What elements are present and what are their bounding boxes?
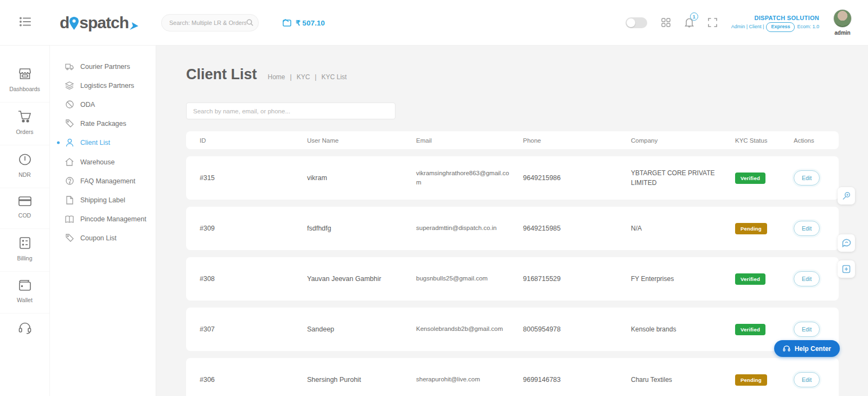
table-row: #309 fsdfhdfg superadmttin@dispatch.co.i… [186, 207, 839, 250]
col-kyc-status: KYC Status [735, 137, 794, 144]
menu-item-faq-management[interactable]: FAQ Management [50, 171, 156, 190]
menu-item-rate-packages[interactable]: Rate Packages [50, 114, 156, 133]
brand-block: DISPATCH SOLUTION Admin | Client | Expre… [731, 14, 819, 32]
tag-icon [65, 119, 74, 127]
home-icon [65, 158, 74, 166]
edit-button[interactable]: Edit [794, 322, 820, 337]
client-email: vikramsinghrathore863@gmail.com [416, 169, 523, 188]
avatar [833, 9, 852, 28]
table-row: #306 Shersingh Purohit sherapurohit@live… [186, 358, 839, 396]
edit-button[interactable]: Edit [794, 221, 820, 236]
client-search-input[interactable] [193, 108, 388, 114]
menu-item-warehouse[interactable]: Warehouse [50, 152, 156, 171]
client-phone: 8005954978 [523, 325, 631, 333]
header-actions: 1 DISPATCH SOLUTION Admin | Client | Exp… [626, 9, 852, 36]
dispatch-logo[interactable]: d spatch [60, 15, 138, 31]
headset-icon [783, 345, 790, 352]
edit-button[interactable]: Edit [794, 271, 820, 286]
sidebar-item-orders[interactable]: Orders [0, 103, 49, 145]
theme-toggle[interactable] [626, 17, 647, 28]
kyc-status-badge: Verified [735, 273, 765, 285]
rail-label: NDR [18, 171, 31, 178]
help-center-label: Help Center [795, 345, 831, 353]
menu-label: Courier Partners [80, 63, 130, 71]
menu-item-courier-partners[interactable]: Courier Partners [50, 58, 156, 76]
bell-icon[interactable]: 1 [685, 17, 694, 28]
client-company: FY Enterprises [631, 274, 735, 284]
wallet-balance: ₹ 507.10 [296, 18, 325, 27]
chat-widget-icon[interactable] [838, 234, 855, 252]
rail-label: Dashboards [9, 86, 40, 92]
breadcrumb-home[interactable]: Home [268, 73, 285, 81]
menu-list-icon[interactable] [20, 17, 31, 29]
sidebar-item-dashboards[interactable]: Dashboards [0, 60, 49, 103]
global-search-input[interactable] [169, 20, 246, 26]
sidebar-item-support[interactable] [0, 314, 49, 349]
headset-icon [18, 321, 32, 336]
menu-label: Pincode Management [80, 215, 146, 223]
brand-express-badge[interactable]: Express [766, 22, 795, 32]
menu-item-logistics-partners[interactable]: Logistics Partners [50, 76, 156, 95]
col-actions: Actions [794, 137, 839, 144]
menu-label: Coupon List [80, 234, 117, 242]
col-company: Company [631, 137, 735, 144]
cart-icon [18, 110, 32, 125]
kyc-status-badge: Pending [735, 223, 767, 234]
sidebar-item-cod[interactable]: COD [0, 188, 49, 229]
sidebar-item-wallet[interactable]: Wallet [0, 272, 49, 314]
file-icon [65, 196, 74, 205]
kyc-status-badge: Verified [735, 173, 765, 184]
client-email: superadmttin@dispatch.co.in [416, 223, 523, 233]
rail-label: Wallet [17, 297, 33, 303]
client-phone: 9649215985 [523, 225, 631, 232]
store-icon [18, 67, 32, 82]
wallet-icon [18, 279, 32, 293]
table-header: ID User Name Email Phone Company KYC Sta… [186, 131, 839, 149]
screen-widget-icon[interactable] [838, 260, 855, 278]
calculator-icon [18, 237, 31, 252]
rail-label: Billing [17, 255, 32, 261]
customizer-icon[interactable] [838, 187, 855, 205]
edit-button[interactable]: Edit [794, 372, 820, 387]
breadcrumb-kyc[interactable]: KYC [297, 73, 310, 81]
edit-button[interactable]: Edit [794, 170, 820, 186]
client-id: #307 [200, 325, 307, 333]
menu-label: Shipping Label [80, 196, 125, 204]
client-id: #308 [200, 275, 307, 283]
menu-label: Client List [80, 139, 110, 146]
client-user-name: Shersingh Purohit [307, 376, 416, 384]
client-id: #306 [200, 376, 307, 384]
brand-links[interactable]: Admin | Client | [731, 23, 764, 31]
sidebar-item-ndr[interactable]: NDR [0, 145, 49, 188]
book-icon [65, 215, 74, 223]
paper-plane-icon [130, 22, 138, 30]
brand-title: DISPATCH SOLUTION [731, 14, 819, 23]
sidebar-item-billing[interactable]: Billing [0, 229, 49, 272]
wallet-balance-chip[interactable]: ₹ 507.10 [283, 18, 325, 27]
fullscreen-icon[interactable] [708, 18, 717, 27]
menu-label: Logistics Partners [80, 82, 134, 90]
client-company: YBTARGET CORE PRIVATE LIMITED [631, 168, 735, 188]
menu-item-pincode-management[interactable]: Pincode Management [50, 210, 156, 228]
coupon-tag-icon [65, 234, 74, 242]
col-phone: Phone [523, 137, 631, 144]
breadcrumb-kyc-list[interactable]: KYC List [321, 73, 347, 81]
rail-label: COD [18, 212, 31, 219]
notification-badge: 1 [690, 12, 698, 21]
breadcrumb-separator: | [290, 73, 292, 81]
menu-item-shipping-label[interactable]: Shipping Label [50, 190, 156, 210]
brand-ecom[interactable]: Ecom: 1.0 [797, 23, 819, 31]
help-center-button[interactable]: Help Center [774, 340, 840, 357]
menu-item-coupon-list[interactable]: Coupon List [50, 228, 156, 247]
user-menu[interactable]: admin [833, 9, 852, 36]
location-pin-icon [69, 17, 79, 30]
apps-grid-icon[interactable] [661, 18, 671, 27]
client-id: #315 [200, 174, 307, 182]
col-email: Email [416, 137, 523, 144]
search-icon [246, 19, 253, 26]
table-row: #307 Sandeep Kensolebrandsb2b@gmail.com … [186, 308, 839, 351]
menu-item-client-list[interactable]: Client List [50, 133, 156, 152]
col-user-name: User Name [307, 137, 416, 144]
menu-item-oda[interactable]: ODA [50, 95, 156, 114]
help-circle-icon [65, 177, 74, 185]
